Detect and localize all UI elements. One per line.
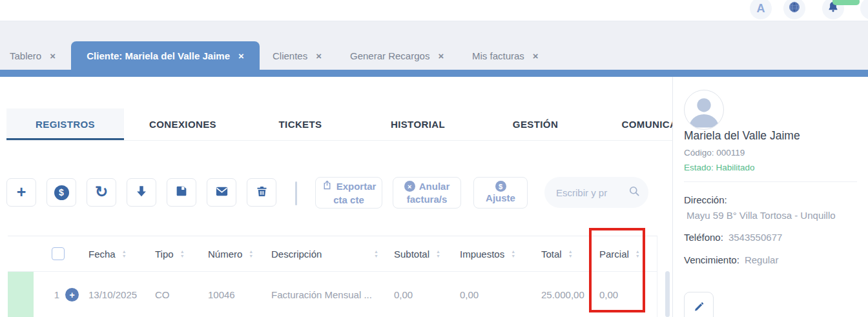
phone-value: 3543550677 (728, 232, 782, 243)
address-value: Mayu 59 B° Villa Tortosa - Unquillo (687, 210, 862, 221)
sort-icon: ▲▼ (122, 250, 127, 258)
table-header-row: Fecha ▲▼ Tipo ▲▼ Número ▲▼ Descripción ▲… (8, 236, 657, 272)
header-label: Subtotal (394, 249, 429, 260)
header-label: Tipo (155, 249, 174, 260)
add-icon: + (17, 183, 26, 201)
tab-gestion[interactable]: GESTIÓN (477, 108, 594, 140)
close-tab-icon[interactable]: × (533, 50, 539, 61)
close-tab-icon[interactable]: × (50, 50, 56, 61)
sort-icon: ▲▼ (180, 250, 185, 258)
search-icon (628, 185, 641, 200)
search-input[interactable] (556, 187, 628, 198)
topbar: A (0, 0, 868, 21)
header-label: Número (208, 249, 242, 260)
vertical-scrollbar[interactable] (665, 271, 670, 317)
customer-code: Código: 000119 (684, 148, 745, 158)
customer-sidebar: Mariela del Valle Jaime Código: 000119 E… (672, 77, 868, 317)
add-record-button[interactable]: + (6, 178, 36, 207)
email-button[interactable] (207, 178, 236, 207)
cell-total: 25.000,00 (535, 289, 593, 300)
header-subtotal[interactable]: Subtotal ▲▼ (388, 249, 453, 260)
email-icon (214, 184, 229, 201)
tab-conexiones[interactable]: CONEXIONES (124, 108, 242, 140)
language-button[interactable] (783, 0, 805, 19)
tab-label: Tablero (10, 50, 41, 61)
header-fecha[interactable]: Fecha ▲▼ (82, 249, 149, 260)
header-label: Parcial (599, 249, 629, 260)
tab-generar-recargos[interactable]: Generar Recargos × (350, 50, 444, 61)
address-label: Dirección: (684, 194, 727, 205)
font-size-button[interactable]: A (750, 0, 772, 19)
avatar (684, 90, 724, 130)
records-table: Fecha ▲▼ Tipo ▲▼ Número ▲▼ Descripción ▲… (8, 236, 657, 317)
tab-clientes[interactable]: Clientes × (273, 50, 322, 61)
cell-numero: 10046 (202, 289, 265, 300)
export-cta-cte-button[interactable]: Exportar cta cte (315, 177, 382, 209)
close-tab-icon[interactable]: × (438, 50, 444, 61)
delete-button[interactable] (247, 178, 276, 207)
due-row: Vencimiento: Regular (684, 254, 778, 265)
cancel-circle-icon: × (404, 181, 415, 192)
header-numero[interactable]: Número ▲▼ (202, 249, 265, 260)
toolbar-divider (295, 181, 297, 205)
user-menu-button[interactable] (860, 0, 868, 19)
tab-tickets[interactable]: TICKETS (242, 108, 359, 140)
download-button[interactable] (127, 178, 156, 207)
cell-subtotal: 0,00 (388, 289, 453, 300)
payments-button[interactable]: $ (46, 178, 76, 207)
pencil-icon (692, 300, 705, 315)
ajuste-button[interactable]: $ Ajuste (473, 177, 528, 209)
tab-cliente-active[interactable]: Cliente: Mariela del Valle Jaime × (71, 41, 260, 70)
search-box (544, 177, 648, 208)
select-all-cell (34, 247, 82, 260)
refresh-button[interactable]: ↻ (87, 178, 116, 207)
close-tab-icon[interactable]: × (238, 50, 244, 61)
button-label: cta cte (333, 194, 364, 207)
button-label: Exportar (336, 180, 377, 193)
subtab-label: REGISTROS (36, 119, 95, 130)
sort-icon: ▲▼ (568, 250, 573, 258)
subtab-label: CONEXIONES (149, 119, 216, 130)
sort-icon: ▲▼ (374, 250, 378, 258)
header-parcial[interactable]: Parcial ▲▼ (593, 249, 657, 260)
due-value: Regular (745, 254, 779, 265)
header-label: Total (541, 249, 562, 260)
table-row[interactable]: 1 + 13/10/2025 CO 10046 Facturación Mens… (8, 272, 657, 317)
header-impuestos[interactable]: Impuestos ▲▼ (453, 249, 535, 260)
cell-descripcion: Facturación Mensual ... (265, 289, 388, 300)
tab-historial[interactable]: HISTORIAL (359, 108, 477, 140)
save-button[interactable] (167, 178, 196, 207)
close-tab-icon[interactable]: × (316, 50, 322, 61)
header-descripcion[interactable]: Descripción ▲▼ (265, 249, 388, 260)
row-number-cell: 1 + (34, 272, 82, 317)
header-label: Descripción (271, 249, 322, 260)
tab-comunicaciones[interactable]: COMUNICAC (594, 108, 672, 140)
delete-icon (255, 185, 269, 201)
tab-registros[interactable]: REGISTROS (6, 108, 124, 140)
expand-row-icon[interactable]: + (65, 288, 79, 302)
header-total[interactable]: Total ▲▼ (535, 249, 593, 260)
tab-label: Mis facturas (472, 50, 524, 61)
tab-label: Cliente: Mariela del Valle Jaime (87, 50, 230, 61)
save-icon (174, 184, 189, 201)
sort-icon: ▲▼ (249, 250, 253, 258)
header-label: Impuestos (460, 249, 504, 260)
cell-impuestos: 0,00 (453, 289, 535, 300)
sort-icon: ▲▼ (436, 250, 440, 258)
header-tipo[interactable]: Tipo ▲▼ (149, 249, 202, 260)
tab-strip: Tablero × Cliente: Mariela del Valle Jai… (0, 21, 868, 70)
tab-mis-facturas[interactable]: Mis facturas × (472, 50, 539, 61)
subtab-label: TICKETS (279, 119, 322, 130)
edit-customer-button[interactable] (684, 292, 714, 317)
button-label: Ajuste (486, 192, 515, 205)
anular-factura-button[interactable]: × Anular factura/s (393, 177, 461, 209)
due-label: Vencimiento: (684, 254, 739, 265)
phone-label: Teléfono: (684, 232, 723, 243)
cell-fecha: 13/10/2025 (82, 289, 149, 300)
button-label: factura/s (407, 193, 448, 206)
refresh-icon: ↻ (95, 183, 108, 201)
dollar-circle-icon: $ (495, 181, 506, 192)
select-all-checkbox[interactable] (52, 247, 65, 260)
tab-tablero[interactable]: Tablero × (10, 50, 56, 61)
customer-status: Estado: Habilitado (684, 163, 755, 172)
